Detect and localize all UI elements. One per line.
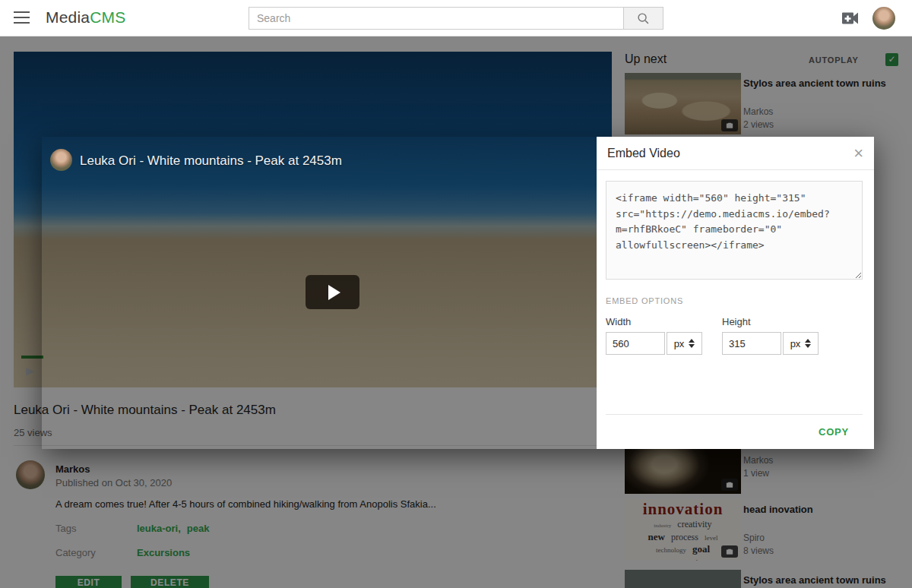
- spinner-arrows-icon: [689, 339, 695, 348]
- modal-body: <iframe width="560" height="315" src="ht…: [597, 170, 874, 449]
- height-input[interactable]: [722, 332, 781, 355]
- top-bar: MediaCMS: [0, 0, 912, 36]
- user-avatar[interactable]: [872, 7, 895, 30]
- upload-media-button[interactable]: [841, 10, 860, 27]
- embed-options-label: EMBED OPTIONS: [606, 296, 863, 305]
- embed-video-modal: Leuka Ori - White mountains - Peak at 24…: [42, 137, 874, 449]
- search-input[interactable]: [249, 7, 623, 30]
- height-unit-value: px: [790, 338, 801, 349]
- embed-preview-player[interactable]: Leuka Ori - White mountains - Peak at 24…: [42, 137, 597, 449]
- preview-author-avatar: [50, 149, 72, 171]
- height-field-group: Height px: [722, 316, 838, 355]
- modal-header: Embed Video ×: [597, 137, 874, 170]
- width-unit-value: px: [674, 338, 685, 349]
- width-field-group: Width px: [606, 316, 722, 355]
- brand-cms: CMS: [90, 8, 125, 26]
- modal-title: Embed Video: [607, 147, 680, 160]
- spinner-arrows-icon: [805, 339, 811, 348]
- width-label: Width: [606, 316, 722, 327]
- height-label: Height: [722, 316, 838, 327]
- modal-footer: COPY: [606, 414, 863, 449]
- embed-code-textarea[interactable]: <iframe width="560" height="315" src="ht…: [606, 181, 863, 280]
- width-input[interactable]: [606, 332, 665, 355]
- brand-media: Media: [46, 8, 90, 26]
- copy-button[interactable]: COPY: [819, 426, 849, 438]
- search-bar: [249, 7, 663, 30]
- search-button[interactable]: [623, 7, 663, 30]
- brand-logo[interactable]: MediaCMS: [46, 8, 125, 27]
- embed-options-panel: Embed Video × <iframe width="560" height…: [597, 137, 874, 449]
- size-fields: Width px Height px: [606, 316, 863, 355]
- preview-play-button[interactable]: [306, 275, 359, 309]
- preview-video-title: Leuka Ori - White mountains - Peak at 24…: [80, 153, 342, 169]
- height-unit-select[interactable]: px: [783, 332, 819, 355]
- close-icon[interactable]: ×: [853, 145, 863, 162]
- search-icon: [637, 12, 650, 25]
- play-icon: [328, 285, 340, 300]
- videocam-plus-icon: [841, 10, 860, 27]
- width-unit-select[interactable]: px: [667, 332, 702, 355]
- menu-icon[interactable]: [14, 11, 30, 24]
